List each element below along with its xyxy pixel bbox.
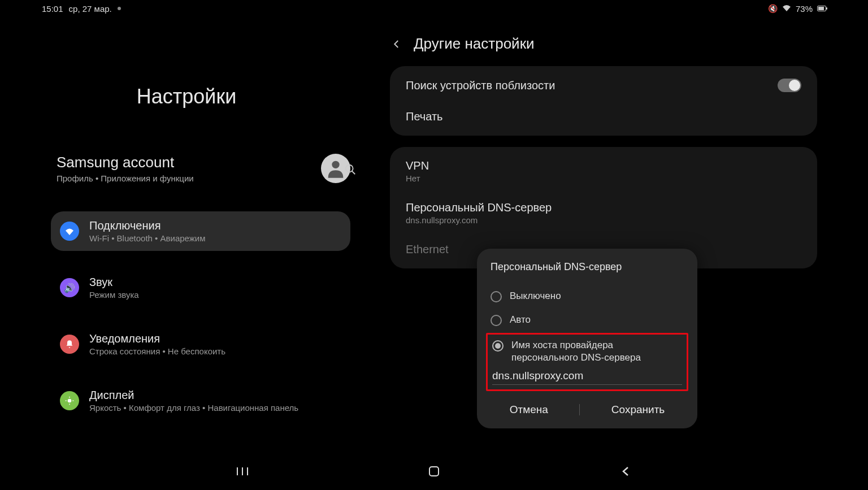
category-sub: Wi-Fi • Bluetooth • Авиарежим	[89, 233, 205, 243]
status-bar: 15:01 ср, 27 мар. 🔇 73%	[0, 0, 868, 17]
status-time: 15:01	[42, 4, 63, 14]
highlighted-option: Имя хоста провайдера персонального DNS-с…	[486, 333, 688, 391]
button-divider	[579, 404, 580, 415]
back-nav-button[interactable]	[617, 463, 634, 480]
display-icon	[60, 391, 79, 410]
battery-icon	[817, 6, 826, 11]
sidebar-item-sound[interactable]: 🔊 Звук Режим звука	[51, 268, 350, 307]
category-sub: Строка состояния • Не беспокоить	[89, 346, 225, 356]
category-label: Звук	[89, 276, 139, 289]
svg-rect-11	[429, 467, 439, 476]
account-title: Samsung account	[57, 154, 194, 171]
status-indicator-icon	[118, 7, 121, 10]
battery-percent: 73%	[796, 4, 813, 14]
sidebar-item-connections[interactable]: Подключения Wi-Fi • Bluetooth • Авиарежи…	[51, 211, 350, 251]
save-button[interactable]: Сохранить	[600, 399, 676, 420]
row-private-dns[interactable]: Персональный DNS-сервер dns.nullsproxy.c…	[390, 192, 817, 234]
row-print[interactable]: Печать	[390, 101, 817, 132]
category-sub: Режим звука	[89, 290, 139, 300]
category-label: Дисплей	[89, 389, 298, 402]
dns-hostname-input[interactable]: dns.nullsproxy.com	[492, 370, 682, 385]
row-vpn[interactable]: VPN Нет	[390, 150, 817, 192]
status-date: ср, 27 мар.	[69, 4, 112, 14]
svg-line-1	[352, 171, 355, 175]
category-label: Подключения	[89, 219, 205, 232]
detail-title: Другие настройки	[414, 35, 535, 53]
navigation-bar	[0, 457, 868, 485]
category-label: Уведомления	[89, 332, 225, 345]
sidebar-item-display[interactable]: Дисплей Яркость • Комфорт для глаз • Нав…	[51, 381, 350, 420]
back-button[interactable]	[390, 37, 403, 51]
home-button[interactable]	[426, 463, 442, 480]
account-subtitle: Профиль • Приложения и функции	[57, 174, 194, 183]
category-sub: Яркость • Комфорт для глаз • Навигационн…	[89, 403, 298, 413]
radio-icon	[492, 340, 504, 352]
radio-option-hostname[interactable]: Имя хоста провайдера персонального DNS-с…	[488, 335, 687, 366]
speaker-icon: 🔊	[60, 278, 79, 297]
wifi-icon	[60, 222, 79, 241]
cancel-button[interactable]: Отмена	[498, 399, 559, 420]
bell-icon	[60, 335, 79, 354]
search-button[interactable]	[342, 161, 359, 178]
radio-icon	[491, 315, 502, 326]
dialog-title: Персональный DNS-сервер	[488, 261, 686, 273]
settings-sidebar: Настройки Samsung account Профиль • Прил…	[0, 17, 373, 456]
settings-group-nearby: Поиск устройств поблизости Печать	[390, 66, 817, 136]
nearby-toggle[interactable]	[778, 79, 801, 92]
radio-icon	[491, 291, 502, 302]
wifi-icon	[782, 4, 791, 13]
mute-icon: 🔇	[768, 4, 778, 13]
category-list: Подключения Wi-Fi • Bluetooth • Авиарежи…	[0, 211, 373, 420]
private-dns-dialog: Персональный DNS-сервер Выключено Авто И…	[477, 249, 697, 428]
svg-point-2	[332, 161, 339, 168]
samsung-account-row[interactable]: Samsung account Профиль • Приложения и ф…	[0, 154, 373, 183]
sidebar-item-notifications[interactable]: Уведомления Строка состояния • Не беспок…	[51, 324, 350, 364]
radio-option-auto[interactable]: Авто	[488, 308, 686, 332]
radio-option-off[interactable]: Выключено	[488, 284, 686, 308]
svg-point-0	[346, 165, 353, 172]
recents-button[interactable]	[234, 463, 251, 480]
page-title: Настройки	[0, 85, 373, 109]
svg-point-3	[68, 399, 72, 403]
row-nearby-devices[interactable]: Поиск устройств поблизости	[390, 70, 817, 101]
